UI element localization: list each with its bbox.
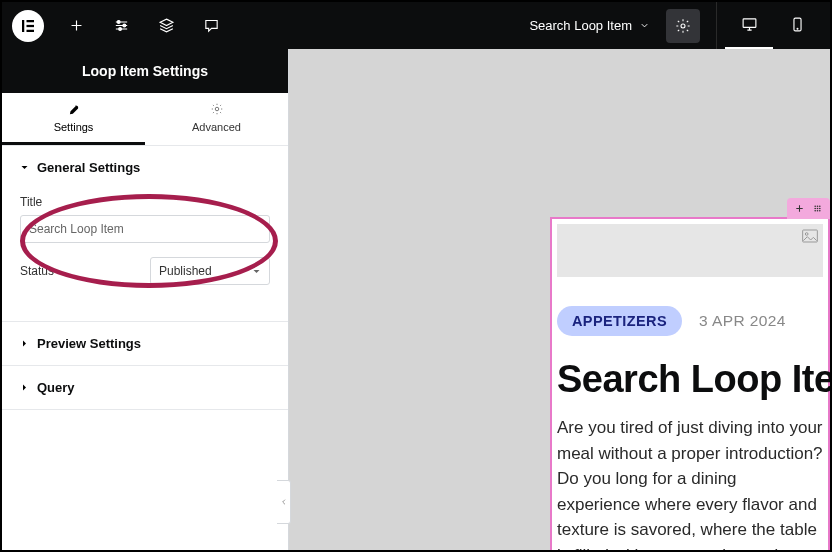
wrench-icon (67, 102, 81, 116)
svg-point-14 (819, 205, 821, 207)
sidebar-sections: General Settings Title Status Published (2, 146, 288, 550)
section-query: Query (2, 366, 288, 410)
caret-right-icon (20, 339, 29, 348)
sidebar-tabs: Settings Advanced (2, 93, 288, 146)
svg-rect-2 (27, 24, 35, 26)
topbar-left (2, 2, 234, 49)
svg-point-22 (805, 233, 808, 236)
post-meta: APPETIZERS 3 APR 2024 (552, 282, 828, 336)
elementor-logo[interactable] (12, 10, 44, 42)
svg-point-11 (215, 107, 219, 111)
svg-rect-3 (27, 29, 35, 31)
field-status: Status Published (20, 257, 270, 285)
settings-button[interactable] (666, 9, 700, 43)
responsive-devices (716, 2, 821, 49)
mobile-device-button[interactable] (773, 2, 821, 49)
svg-point-19 (817, 210, 819, 212)
sidebar: Loop Item Settings Settings Advanced Gen… (2, 49, 289, 550)
desktop-device-button[interactable] (725, 2, 773, 49)
svg-rect-1 (27, 20, 35, 22)
status-label: Status (20, 264, 54, 278)
svg-point-5 (123, 24, 126, 27)
caret-right-icon (20, 383, 29, 392)
svg-point-17 (819, 208, 821, 210)
frame-handle[interactable] (787, 198, 830, 219)
topbar: Search Loop Item (2, 2, 830, 49)
category-badge[interactable]: APPETIZERS (557, 306, 682, 336)
chevron-left-icon (280, 498, 288, 506)
section-title-preview: Preview Settings (37, 336, 141, 351)
drag-icon[interactable] (812, 203, 823, 214)
comment-icon[interactable] (189, 2, 234, 49)
main-area: Loop Item Settings Settings Advanced Gen… (2, 49, 830, 550)
svg-rect-21 (803, 230, 818, 242)
tab-settings[interactable]: Settings (2, 93, 145, 145)
svg-point-16 (817, 208, 819, 210)
svg-point-7 (681, 24, 685, 28)
title-input[interactable] (20, 215, 270, 243)
section-head-query[interactable]: Query (2, 366, 288, 409)
layers-icon[interactable] (144, 2, 189, 49)
caret-down-icon (20, 163, 29, 172)
svg-rect-8 (743, 19, 756, 27)
svg-point-4 (117, 21, 120, 24)
mobile-icon (789, 16, 806, 33)
svg-point-6 (119, 28, 122, 31)
field-title: Title (20, 195, 270, 243)
sidebar-title: Loop Item Settings (2, 49, 288, 93)
caret-down-icon (252, 267, 261, 276)
svg-point-12 (814, 205, 816, 207)
title-label: Title (20, 195, 270, 209)
status-select[interactable]: Published (150, 257, 270, 285)
image-icon (802, 229, 818, 243)
gear-icon (675, 18, 691, 34)
section-head-preview[interactable]: Preview Settings (2, 322, 288, 365)
tab-settings-label: Settings (54, 121, 94, 133)
post-title[interactable]: Search Loop Item (552, 336, 828, 401)
svg-point-15 (814, 208, 816, 210)
plus-icon[interactable] (794, 203, 805, 214)
post-excerpt: Are you tired of just diving into your m… (552, 401, 828, 550)
image-placeholder[interactable] (557, 224, 823, 277)
document-name-label: Search Loop Item (529, 18, 632, 33)
svg-point-10 (797, 28, 798, 29)
chevron-down-icon (639, 20, 650, 31)
loop-item-frame[interactable]: APPETIZERS 3 APR 2024 Search Loop Item A… (550, 217, 830, 550)
svg-point-20 (819, 210, 821, 212)
section-preview-settings: Preview Settings (2, 322, 288, 366)
status-value: Published (159, 264, 212, 278)
section-title-query: Query (37, 380, 75, 395)
svg-rect-0 (22, 20, 24, 32)
gear-icon (210, 102, 224, 116)
topbar-right: Search Loop Item (521, 2, 821, 49)
post-date: 3 APR 2024 (699, 312, 786, 330)
add-icon[interactable] (54, 2, 99, 49)
desktop-icon (741, 16, 758, 33)
tab-advanced-label: Advanced (192, 121, 241, 133)
section-title-general: General Settings (37, 160, 140, 175)
document-name-dropdown[interactable]: Search Loop Item (521, 18, 658, 33)
svg-point-18 (814, 210, 816, 212)
section-head-general[interactable]: General Settings (2, 146, 288, 189)
svg-point-13 (817, 205, 819, 207)
sliders-icon[interactable] (99, 2, 144, 49)
tab-advanced[interactable]: Advanced (145, 93, 288, 145)
section-body-general: Title Status Published (2, 189, 288, 321)
canvas[interactable]: APPETIZERS 3 APR 2024 Search Loop Item A… (289, 49, 830, 550)
section-general-settings: General Settings Title Status Published (2, 146, 288, 322)
sidebar-collapse-handle[interactable] (277, 480, 291, 524)
